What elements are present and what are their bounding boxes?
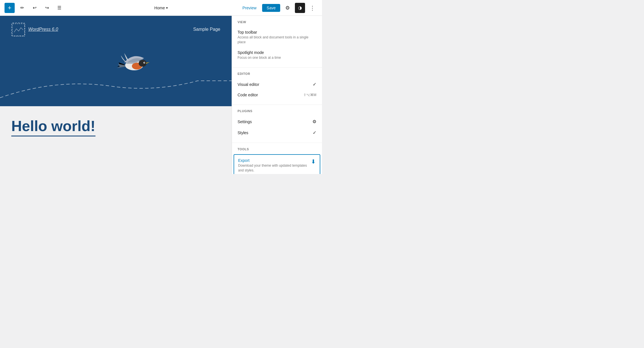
hero-section: WordPress 6.0 Sample Page (0, 16, 232, 106)
export-text: Export Download your theme with updated … (238, 158, 311, 173)
styles-title: Styles (238, 130, 248, 135)
settings-title: Settings (238, 119, 252, 124)
gear-icon: ⚙ (285, 5, 290, 11)
pencil-icon: ✏ (20, 5, 24, 10)
logo-placeholder (11, 23, 25, 36)
tools-section: TOOLS Export Download your theme with up… (232, 143, 322, 174)
top-toolbar-header: Top toolbar (238, 30, 316, 34)
export-title: Export (238, 158, 311, 163)
page-title-text: Home (154, 6, 165, 10)
settings-gear-icon: ⚙ (312, 119, 316, 124)
canvas-area: WordPress 6.0 Sample Page (0, 16, 232, 174)
visual-editor-title: Visual editor (238, 82, 259, 87)
undo-button[interactable]: ↩ (29, 3, 40, 13)
download-icon: ⬇ (311, 158, 316, 165)
hello-world-heading: Hello world! (11, 118, 95, 136)
code-editor-item[interactable]: Code editor ⇧⌥⌘M (238, 90, 316, 100)
list-icon: ☰ (57, 5, 61, 10)
spotlight-mode-item[interactable]: Spotlight mode Focus on one block at a t… (238, 47, 316, 63)
spotlight-header: Spotlight mode (238, 50, 316, 55)
site-nav: Sample Page (193, 27, 220, 32)
svg-point-3 (139, 60, 147, 67)
content-section: Hello world! (0, 106, 232, 174)
styles-checkmark: ✓ (313, 130, 316, 135)
bird-svg (116, 50, 153, 75)
visual-editor-checkmark: ✓ (313, 82, 316, 87)
contrast-button[interactable]: ◑ (295, 3, 305, 13)
redo-button[interactable]: ↪ (42, 3, 52, 13)
site-header: WordPress 6.0 Sample Page (0, 16, 232, 43)
top-bar-center: Home ▾ (154, 6, 167, 10)
export-item[interactable]: Export Download your theme with updated … (234, 154, 320, 174)
more-options-button[interactable]: ⋮ (307, 3, 317, 13)
add-block-button[interactable]: + (5, 3, 15, 13)
spotlight-title: Spotlight mode (238, 50, 264, 55)
top-bar: + ✏ ↩ ↪ ☰ Home ▾ Preview Save ⚙ ◑ ⋮ (0, 0, 322, 16)
visual-editor-item[interactable]: Visual editor ✓ (238, 79, 316, 90)
undo-icon: ↩ (33, 5, 36, 10)
top-toolbar-item[interactable]: Top toolbar Access all block and documen… (238, 27, 316, 47)
site-name: WordPress 6.0 (28, 27, 58, 32)
plugins-section: PLUGINS Settings ⚙ Styles ✓ (232, 105, 322, 143)
styles-item[interactable]: Styles ✓ (238, 127, 316, 138)
dashed-curve-svg (0, 72, 232, 101)
visual-editor-header: Visual editor ✓ (238, 82, 316, 87)
styles-header: Styles ✓ (238, 130, 316, 135)
top-bar-right: Preview Save ⚙ ◑ ⋮ (239, 3, 317, 13)
settings-item[interactable]: Settings ⚙ (238, 116, 316, 127)
view-section: VIEW Top toolbar Access all block and do… (232, 16, 322, 68)
svg-point-5 (144, 62, 145, 63)
logo-svg (12, 23, 25, 37)
top-bar-left: + ✏ ↩ ↪ ☰ (5, 3, 64, 13)
contrast-icon: ◑ (298, 5, 302, 10)
top-toolbar-title: Top toolbar (238, 30, 257, 34)
list-view-button[interactable]: ☰ (54, 3, 64, 13)
view-section-label: VIEW (238, 20, 316, 24)
top-toolbar-desc: Access all block and document tools in a… (238, 35, 316, 45)
tools-section-label: TOOLS (238, 147, 316, 151)
settings-header: Settings ⚙ (238, 119, 316, 124)
redo-icon: ↪ (45, 5, 49, 10)
spotlight-desc: Focus on one block at a time (238, 55, 316, 60)
page-title-button[interactable]: Home ▾ (154, 6, 167, 10)
code-editor-shortcut: ⇧⌥⌘M (303, 93, 316, 97)
export-header: Export Download your theme with updated … (238, 158, 316, 173)
settings-button[interactable]: ⚙ (282, 3, 293, 13)
ellipsis-icon: ⋮ (310, 5, 315, 11)
preview-button[interactable]: Preview (239, 4, 260, 12)
editor-section-label: EDITOR (238, 72, 316, 75)
edit-button[interactable]: ✏ (17, 3, 27, 13)
code-editor-title: Code editor (238, 93, 258, 97)
editor-section: EDITOR Visual editor ✓ Code editor ⇧⌥⌘M (232, 68, 322, 105)
save-button[interactable]: Save (262, 4, 280, 12)
code-editor-header: Code editor ⇧⌥⌘M (238, 93, 316, 97)
main-layout: WordPress 6.0 Sample Page (0, 16, 322, 174)
plus-icon: + (8, 5, 12, 11)
chevron-down-icon: ▾ (166, 6, 168, 10)
options-panel: VIEW Top toolbar Access all block and do… (232, 16, 322, 174)
plugins-section-label: PLUGINS (238, 109, 316, 113)
site-logo: WordPress 6.0 (11, 23, 58, 36)
export-desc: Download your theme with updated templat… (238, 163, 311, 173)
